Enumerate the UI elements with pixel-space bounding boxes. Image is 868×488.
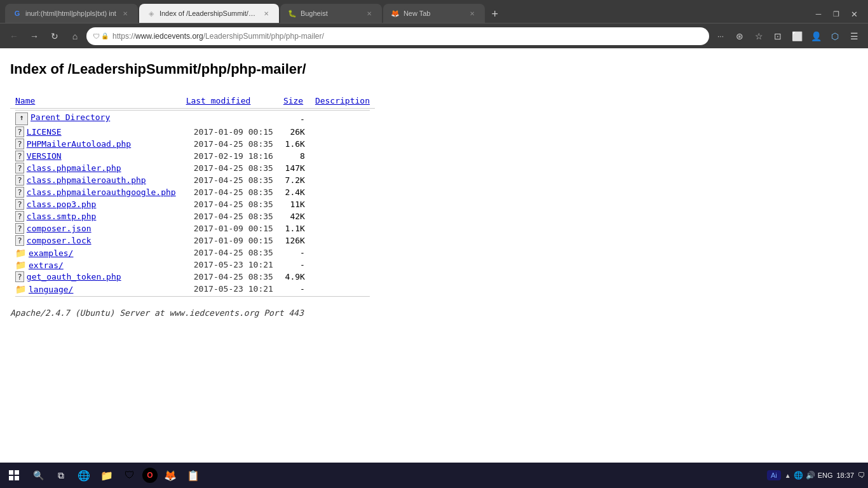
tab-bugheist[interactable]: 🐛 Bugheist ✕ <box>280 4 382 23</box>
col-name-link[interactable]: Name <box>15 96 35 105</box>
file-date-cell: 2017-02-19 18:16 <box>181 150 278 162</box>
close-button[interactable]: ✕ <box>845 5 863 23</box>
tab4-close[interactable]: ✕ <box>467 8 477 18</box>
file-size-cell: 126K <box>278 234 310 247</box>
table-row: ?class.smtp.php2017-04-25 08:3542K <box>10 210 375 222</box>
reload-button[interactable]: ↻ <box>46 27 64 45</box>
col-date-link[interactable]: Last modified <box>186 96 251 105</box>
extension-button[interactable]: ⬡ <box>826 27 844 45</box>
taskbar-right: Ai ▲ 🌐 🔊 ENG 18:37 🗨 <box>767 470 865 480</box>
tab-index[interactable]: ◈ Index of /LeadershipSummit/php/p ✕ <box>139 4 279 23</box>
col-desc-link[interactable]: Description <box>315 96 370 105</box>
file-link[interactable]: class.pop3.php <box>27 200 97 209</box>
shield-icon: 🛡 <box>93 32 100 40</box>
sidebar-button[interactable]: ⬜ <box>788 27 806 45</box>
taskbar-network[interactable]: 🌐 <box>794 471 803 480</box>
account-button[interactable]: 👤 <box>807 27 825 45</box>
table-row: 📁examples/2017-04-25 08:35- <box>10 247 375 259</box>
file-link[interactable]: examples/ <box>29 248 73 258</box>
file-name-cell: ?class.phpmaileroauth.php <box>10 174 181 186</box>
file-size-cell: 11K <box>278 198 310 210</box>
file-link[interactable]: class.phpmaileroauthgoogle.php <box>27 187 176 197</box>
taskbar-shield[interactable]: 🛡 <box>119 465 140 485</box>
lock-icon: 🔒 <box>101 32 109 39</box>
table-row: ?class.phpmaileroauthgoogle.php2017-04-2… <box>10 186 375 198</box>
tab-newtab[interactable]: 🦊 New Tab ✕ <box>383 4 485 23</box>
file-link[interactable]: composer.json <box>27 224 92 233</box>
file-link[interactable]: language/ <box>29 285 73 294</box>
taskbar-explorer[interactable]: 📁 <box>97 465 117 485</box>
file-link[interactable]: VERSION <box>27 151 62 161</box>
file-link[interactable]: PHPMailerAutoload.php <box>27 139 131 149</box>
file-desc-cell <box>310 210 375 222</box>
taskbar-clock[interactable]: 18:37 <box>836 471 854 480</box>
taskbar-search[interactable]: 🔍 <box>28 465 48 485</box>
library-button[interactable]: ⊡ <box>769 27 787 45</box>
file-date-cell: 2017-04-25 08:35 <box>181 162 278 174</box>
file-size-cell: 1.1K <box>278 222 310 234</box>
address-text: https://www.iedcevents.org/LeadershipSum… <box>112 32 703 41</box>
file-name-cell: ?class.phpmailer.php <box>10 162 181 174</box>
file-date-cell: 2017-04-25 08:35 <box>181 271 278 283</box>
taskbar-firefox[interactable]: 🦊 <box>160 465 180 485</box>
taskbar-edge[interactable]: 🌐 <box>74 465 94 485</box>
new-tab-button[interactable]: + <box>486 5 504 23</box>
table-row: ?class.pop3.php2017-04-25 08:3511K <box>10 198 375 210</box>
taskbar-volume[interactable]: 🔊 <box>806 471 815 480</box>
restore-button[interactable]: ❐ <box>827 5 845 23</box>
col-size-link[interactable]: Size <box>283 96 303 105</box>
file-size-cell: - <box>278 247 310 259</box>
taskbar-arrow-up[interactable]: ▲ <box>785 472 791 479</box>
file-name-cell: 📁language/ <box>10 283 181 295</box>
file-link[interactable]: extras/ <box>29 261 64 270</box>
file-link[interactable]: composer.lock <box>27 236 92 245</box>
file-link[interactable]: class.smtp.php <box>27 212 97 221</box>
file-link[interactable]: class.phpmaileroauth.php <box>27 175 146 185</box>
more-button[interactable]: ··· <box>712 27 729 45</box>
file-icon: ? <box>15 271 24 282</box>
folder-icon: 📁 <box>15 248 26 258</box>
home-button[interactable]: ⌂ <box>66 27 84 45</box>
file-link[interactable]: LICENSE <box>27 127 62 137</box>
menu-button[interactable]: ☰ <box>845 27 863 45</box>
table-row: 📁language/2017-05-23 10:21- <box>10 283 375 295</box>
taskbar-lang[interactable]: ENG <box>818 471 833 479</box>
file-icon: ? <box>15 126 24 137</box>
start-button[interactable] <box>3 464 25 487</box>
tab-inurl[interactable]: G inurl:(html|html|php|pls|txt) int ✕ <box>5 4 138 23</box>
tab-bar: G inurl:(html|html|php|pls|txt) int ✕ ◈ … <box>0 0 868 23</box>
pocket-button[interactable]: ⊛ <box>731 27 749 45</box>
taskbar-clipboard[interactable]: 📋 <box>183 465 203 485</box>
table-row: ?LICENSE2017-01-09 00:1526K <box>10 126 375 138</box>
file-link[interactable]: class.phpmailer.php <box>27 163 121 173</box>
directory-table: Name Last modified Size Description ↑Par… <box>10 93 375 298</box>
taskbar-notification[interactable]: 🗨 <box>858 471 865 480</box>
file-name-cell: ?VERSION <box>10 150 181 162</box>
tab1-title: inurl:(html|html|php|pls|txt) int <box>25 10 116 17</box>
file-desc-cell <box>310 271 375 283</box>
col-date-header: Last modified <box>181 93 278 109</box>
ai-button[interactable]: Ai <box>767 470 781 480</box>
file-desc-cell <box>310 150 375 162</box>
file-icon: ? <box>15 235 24 246</box>
file-link[interactable]: get_oauth_token.php <box>27 272 121 281</box>
minimize-button[interactable]: ─ <box>810 5 827 23</box>
tab3-title: Bugheist <box>301 10 360 17</box>
file-desc-cell <box>310 112 375 126</box>
page-content: Index of /LeadershipSummit/php/php-maile… <box>0 48 868 463</box>
tab3-close[interactable]: ✕ <box>364 8 374 18</box>
table-row: ?class.phpmaileroauth.php2017-04-25 08:3… <box>10 174 375 186</box>
tab1-close[interactable]: ✕ <box>120 8 130 18</box>
bookmark-button[interactable]: ☆ <box>750 27 768 45</box>
back-button[interactable]: ← <box>5 27 23 45</box>
taskbar-multitask[interactable]: ⧉ <box>51 465 71 485</box>
tab2-title: Index of /LeadershipSummit/php/p <box>159 10 257 17</box>
forward-button[interactable]: → <box>25 27 43 45</box>
file-link[interactable]: Parent Directory <box>31 112 110 122</box>
tab2-close[interactable]: ✕ <box>261 8 271 18</box>
address-bar[interactable]: 🛡 🔒 https://www.iedcevents.org/Leadershi… <box>86 27 709 45</box>
taskbar-opera[interactable]: O <box>142 468 158 483</box>
col-size-header: Size <box>278 93 310 109</box>
file-date-cell: 2017-04-25 08:35 <box>181 198 278 210</box>
file-size-cell: 26K <box>278 126 310 138</box>
